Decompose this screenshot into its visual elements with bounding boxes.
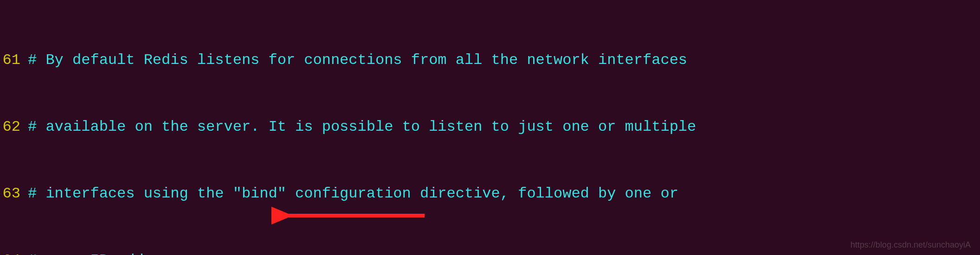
code-line: 62 # available on the server. It is poss… xyxy=(0,116,980,138)
line-content: # interfaces using the "bind" configurat… xyxy=(28,183,678,205)
code-line: 63 # interfaces using the "bind" configu… xyxy=(0,183,980,205)
code-line: 61 # By default Redis listens for connec… xyxy=(0,49,980,71)
line-number: 64 xyxy=(0,249,28,255)
code-line: 64 # more IP addresses. xyxy=(0,249,980,255)
line-content: # more IP addresses. xyxy=(28,249,206,255)
line-number: 61 xyxy=(0,49,28,71)
watermark-text: https://blog.csdn.net/sunchaoyiA xyxy=(851,239,971,251)
line-number: 63 xyxy=(0,183,28,205)
line-content: # By default Redis listens for connectio… xyxy=(28,49,687,71)
line-content: # available on the server. It is possibl… xyxy=(28,116,696,138)
code-editor[interactable]: 61 # By default Redis listens for connec… xyxy=(0,5,980,255)
line-number: 62 xyxy=(0,116,28,138)
